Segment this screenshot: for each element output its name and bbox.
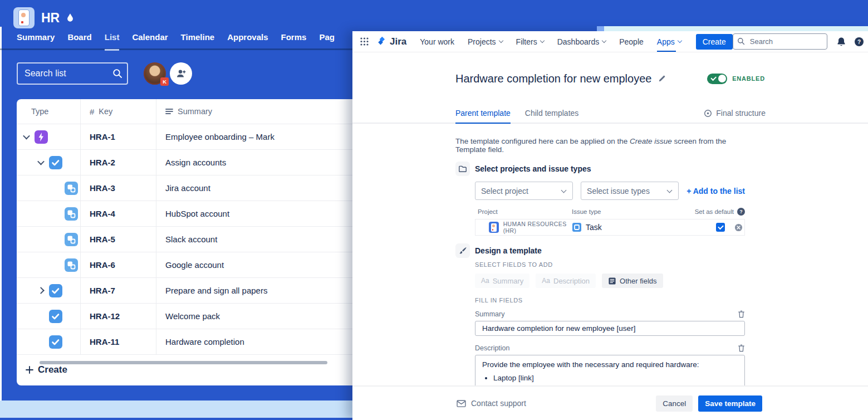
- remove-row-icon[interactable]: [734, 223, 743, 232]
- avatar[interactable]: K: [144, 62, 166, 85]
- fill-in-fields-label: FILL IN FIELDS: [475, 297, 745, 304]
- select-project-dropdown[interactable]: Select project: [475, 182, 573, 200]
- issue-key[interactable]: HRA-1: [81, 124, 156, 149]
- select-issue-types-dropdown[interactable]: Select issue types: [581, 182, 679, 200]
- scrollbar-track[interactable]: [0, 27, 2, 401]
- tab-board[interactable]: Board: [67, 32, 91, 51]
- table-row[interactable]: HRA-7 Prepare and sign all papers: [17, 278, 352, 304]
- tab-forms[interactable]: Forms: [281, 32, 307, 51]
- task-icon: [49, 284, 62, 297]
- avatar-badge: K: [160, 77, 169, 86]
- design-template-section-heading: Design a template: [455, 243, 745, 258]
- tab-parent-template[interactable]: Parent template: [455, 109, 511, 124]
- tab-list[interactable]: List: [105, 32, 120, 51]
- create-issue-button[interactable]: Create: [26, 364, 67, 375]
- issue-key[interactable]: HRA-2: [81, 150, 156, 175]
- nav-your-work[interactable]: Your work: [420, 31, 454, 52]
- issue-key[interactable]: HRA-5: [81, 227, 156, 252]
- project-table-header: Project Issue type Set as default ?: [475, 204, 745, 219]
- add-to-list-link[interactable]: + Add to the list: [686, 187, 745, 196]
- bottom-strip: [0, 401, 352, 418]
- column-header-type[interactable]: Type: [17, 99, 81, 124]
- table-row[interactable]: HRA-2 Assign accounts: [17, 150, 352, 175]
- chevron-down-icon[interactable]: [21, 134, 31, 139]
- issue-summary[interactable]: Hardware completion: [156, 329, 352, 354]
- template-footer: Contact support Cancel Save template: [352, 385, 868, 420]
- nav-people[interactable]: People: [619, 31, 644, 52]
- select-projects-section-heading: Select projects and issue types: [455, 162, 745, 176]
- issue-summary[interactable]: Google account: [156, 252, 352, 277]
- ink-pen-icon[interactable]: [66, 13, 74, 23]
- summary-lines-icon: [165, 108, 173, 115]
- table-row[interactable]: HRA-4 HubSpot account: [17, 201, 352, 227]
- issue-summary[interactable]: HubSpot account: [156, 201, 352, 226]
- issue-summary[interactable]: Welcome pack: [156, 304, 352, 329]
- delete-summary-trash-icon[interactable]: [738, 310, 745, 318]
- jira-logo-text: Jira: [390, 36, 406, 47]
- footer-buttons: Cancel Save template: [656, 395, 762, 412]
- issue-summary[interactable]: Jira account: [156, 175, 352, 201]
- issue-summary[interactable]: Prepare and sign all papers: [156, 278, 352, 303]
- cancel-button[interactable]: Cancel: [656, 395, 693, 412]
- table-row[interactable]: HRA-1 Employee onboarding – Mark: [17, 124, 352, 150]
- table-row[interactable]: HRA-12 Welcome pack: [17, 304, 352, 329]
- table-row[interactable]: HRA-3 Jira account: [17, 175, 352, 201]
- help-circle-icon[interactable]: ?: [737, 208, 745, 216]
- edit-title-pencil-icon[interactable]: [658, 75, 666, 82]
- final-structure-link[interactable]: Final structure: [704, 109, 766, 123]
- description-bullet: Laptop [link]: [493, 374, 738, 382]
- paintbrush-icon: [455, 243, 470, 258]
- chip-other-fields[interactable]: Other fields: [602, 274, 663, 288]
- chip-summary: Aa Summary: [475, 274, 529, 288]
- chevron-down-icon[interactable]: [36, 160, 46, 165]
- delete-description-trash-icon[interactable]: [738, 344, 745, 352]
- project-mapping-row[interactable]: HUMAN RESOURCES (HR) Task: [475, 219, 745, 236]
- column-header-summary[interactable]: Summary: [156, 99, 352, 124]
- search-icon: [737, 37, 745, 47]
- nav-dashboards[interactable]: Dashboards: [557, 31, 606, 52]
- save-template-button[interactable]: Save template: [698, 395, 762, 412]
- global-search-input[interactable]: [733, 33, 827, 50]
- set-default-checkbox[interactable]: [716, 223, 725, 232]
- issue-key[interactable]: HRA-3: [81, 175, 156, 201]
- issue-summary[interactable]: Slack account: [156, 227, 352, 252]
- column-header-key[interactable]: # Key: [81, 99, 156, 124]
- create-button[interactable]: Create: [696, 34, 733, 50]
- issue-key[interactable]: HRA-11: [81, 329, 156, 354]
- issue-summary[interactable]: Employee onboarding – Mark: [156, 124, 352, 149]
- table-row[interactable]: HRA-11 Hardware completion: [17, 329, 352, 355]
- issue-key[interactable]: HRA-4: [81, 201, 156, 226]
- contact-support-link[interactable]: Contact support: [457, 399, 526, 408]
- summary-input[interactable]: [475, 321, 745, 336]
- description-intro: Provide the employee with the necessary …: [482, 360, 738, 369]
- tab-timeline[interactable]: Timeline: [181, 32, 215, 51]
- issue-key[interactable]: HRA-7: [81, 278, 156, 303]
- issue-summary[interactable]: Assign accounts: [156, 150, 352, 175]
- notifications-icon[interactable]: [836, 37, 846, 47]
- help-icon[interactable]: ?: [854, 37, 864, 47]
- issue-key[interactable]: HRA-12: [81, 304, 156, 329]
- nav-projects[interactable]: Projects: [468, 31, 503, 52]
- chip-description: Aa Description: [536, 274, 596, 288]
- enabled-toggle[interactable]: [707, 74, 727, 84]
- table-row[interactable]: HRA-5 Slack account: [17, 227, 352, 252]
- tab-calendar[interactable]: Calendar: [132, 32, 168, 51]
- nav-filters[interactable]: Filters: [516, 31, 544, 52]
- table-row[interactable]: HRA-6 Google account: [17, 252, 352, 278]
- tab-child-templates[interactable]: Child templates: [525, 109, 579, 124]
- description-field-header: Description: [475, 344, 745, 352]
- jira-logo[interactable]: Jira: [376, 36, 406, 47]
- chevron-right-icon[interactable]: [36, 288, 46, 293]
- type-cell: [17, 329, 81, 354]
- horizontal-scrollbar[interactable]: [40, 361, 327, 364]
- search-list-input[interactable]: [17, 62, 128, 85]
- tab-pages[interactable]: Pag: [319, 32, 335, 51]
- add-person-button[interactable]: [170, 62, 192, 85]
- template-title-row: Hardware completion for new employee ENA…: [455, 70, 765, 87]
- tab-summary[interactable]: Summary: [17, 32, 55, 51]
- issue-key[interactable]: HRA-6: [81, 252, 156, 277]
- tab-approvals[interactable]: Approvals: [227, 32, 268, 51]
- app-switcher-icon[interactable]: [360, 37, 369, 46]
- nav-apps[interactable]: Apps: [657, 31, 681, 52]
- subtask-icon: [65, 182, 78, 195]
